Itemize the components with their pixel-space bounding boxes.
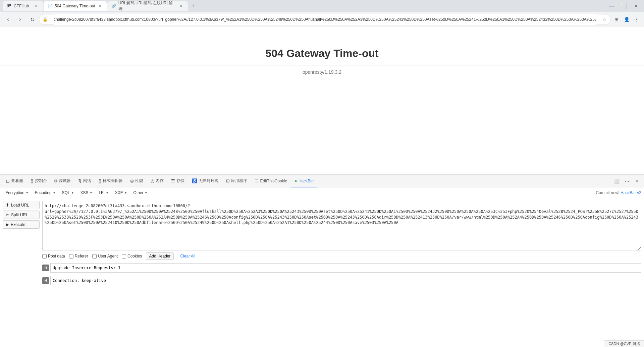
maximize-button[interactable]: ⬜ [619,1,629,11]
tab-favicon: 🏴 [7,4,12,8]
url-textarea[interactable]: http://challenge-2c082607df3fa433.sandbo… [42,201,641,250]
accessibility-icon: ♿ [192,178,197,183]
tab-bar: 🏴 CTFHub × 📄 504 Gateway Time-out × 🔗 UR… [0,0,644,12]
other-chevron: ▼ [145,191,148,194]
tab-label: CTFHub [14,4,29,8]
devtools-tab-memory[interactable]: ◎ 内存 [147,175,167,187]
profile-icon[interactable]: 👤 [622,15,631,24]
cookies-checkbox-label[interactable]: Cookies [122,254,142,258]
encryption-chevron: ▼ [25,191,29,194]
minimize-button[interactable]: — [606,1,617,11]
new-tab-button[interactable]: + [189,1,198,11]
tab-url-decoder[interactable]: 🔗 URL解码 URL编码 在线URL解码 × [107,1,188,11]
menu-item-sql[interactable]: SQL ▼ [59,188,77,197]
tab-close-url-decoder[interactable]: × [178,3,184,9]
encryption-label: Encryption [5,190,24,195]
referer-checkbox[interactable] [69,254,73,258]
tab-label: 504 Gateway Time-out [55,4,95,8]
menu-item-other[interactable]: Other ▼ [131,188,151,197]
menu-item-encoding[interactable]: Encoding ▼ [32,188,59,197]
user-agent-checkbox[interactable] [92,254,97,258]
post-data-checkbox[interactable] [42,254,47,258]
devtools-tab-style-editor[interactable]: {} 样式编辑器 [95,175,126,187]
browser-chrome: 🏴 CTFHub × 📄 504 Gateway Time-out × 🔗 UR… [0,0,644,27]
devtools-tab-hackbar[interactable]: ● HackBar [291,175,317,187]
storage-label: 存储 [176,178,184,184]
devtools-tab-console[interactable]: {} 控制台 [27,175,50,187]
hackbar-body: ⬆ Load URL ✂ Split URL ▶ Execute http://… [0,198,644,340]
memory-label: 内存 [156,178,164,184]
devtools-tab-edit-this-cookie[interactable]: ☐ EditThisCookie [251,175,290,187]
reload-button[interactable]: ↻ [27,14,38,25]
devtools-tab-storage[interactable]: ☰ 存储 [168,175,188,187]
tab-close-ctfhub[interactable]: × [34,3,39,9]
hackbar-options: Post data Referer User Agent Cookies A [42,252,641,260]
accessibility-label: 无障碍环境 [199,178,219,184]
bookmark-icon[interactable]: ☆ [602,17,607,22]
address-input[interactable] [50,14,600,25]
header-input-2[interactable] [50,276,641,285]
devtools-tab-debugger[interactable]: ⧉ 调试器 [51,175,74,187]
menu-item-xxe[interactable]: XXE ▼ [112,188,130,197]
devtools-close-button[interactable]: × [633,177,641,186]
cookies-label: Cookies [127,254,142,258]
tab-favicon: 🔗 [111,4,116,8]
devtools-tab-inspector[interactable]: ◻ 查看器 [3,175,26,187]
split-url-button[interactable]: ✂ Split URL [3,211,40,219]
forward-button[interactable]: › [15,14,25,25]
inspector-icon: ◻ [6,178,10,183]
back-button[interactable]: ‹ [3,14,13,25]
header-row-1: H [42,263,641,273]
other-label: Other [133,190,144,195]
devtools-toolbar: ◻ 查看器 {} 控制台 ⧉ 调试器 ⇅ 网络 {} 样式编辑器 ◎ 性能 ◎ … [0,175,644,187]
devtools-more-button[interactable]: ⋯ [623,177,631,186]
header-row-2: H [42,276,641,285]
storage-icon: ☰ [171,178,175,183]
security-icon: 🔒 [43,17,48,22]
post-data-label: Post data [48,254,65,258]
close-window-button[interactable]: × [631,1,641,11]
tab-favicon: 📄 [48,4,53,8]
menu-item-encryption[interactable]: Encryption ▼ [3,188,32,197]
applications-label: 应用程序 [231,178,247,184]
address-bar: ‹ › ↻ 🔒 ☆ ⊞ 👤 ⋮ [0,12,644,27]
devtools-right-controls: ⬜ ⋯ × [612,177,641,186]
tab-ctfhub[interactable]: 🏴 CTFHub × [3,1,43,11]
page-content: 504 Gateway Time-out openresty/1.19.3.2 [0,27,644,175]
tab-close-gateway[interactable]: × [97,3,103,9]
post-data-checkbox-label[interactable]: Post data [42,254,65,258]
execute-icon: ▶ [6,222,9,227]
referer-checkbox-label[interactable]: Referer [69,254,88,258]
execute-button[interactable]: ▶ Execute [3,220,40,229]
hackbar-panel: Encryption ▼ Encoding ▼ SQL ▼ XSS ▼ LFI … [0,187,644,340]
cookies-checkbox[interactable] [122,254,126,258]
devtools-dock-button[interactable]: ⬜ [612,177,621,186]
clear-all-button[interactable]: Clear All [178,253,198,259]
devtools-tab-applications[interactable]: ⊞ 应用程序 [223,175,251,187]
execute-label: Execute [11,222,25,227]
add-header-button[interactable]: Add Header [146,252,173,260]
xxe-chevron: ▼ [124,191,127,194]
menu-item-xss[interactable]: XSS ▼ [77,188,95,197]
commit-now: Commit now! HackBar v2 [596,190,641,195]
xss-label: XSS [80,190,88,195]
hackbar-version-link[interactable]: HackBar v2 [621,190,641,195]
sql-chevron: ▼ [71,191,74,194]
extensions-icon[interactable]: ⊞ [612,15,621,24]
header-input-1[interactable] [50,263,641,273]
devtools-tab-network[interactable]: ⇅ 网络 [75,175,95,187]
devtools-tab-performance[interactable]: ◎ 性能 [127,175,147,187]
tab-gateway[interactable]: 📄 504 Gateway Time-out × [44,1,107,11]
devtools-tab-accessibility[interactable]: ♿ 无障碍环境 [189,175,222,187]
menu-item-lfi[interactable]: LFI ▼ [96,188,111,197]
lfi-chevron: ▼ [106,191,109,194]
bottom-bar-text: CSDN @CVE-研搞 [608,342,640,346]
sql-label: SQL [62,190,70,195]
style-editor-label: 样式编辑器 [103,178,123,184]
load-url-button[interactable]: ⬆ Load URL [3,201,40,209]
menu-icon[interactable]: ⋮ [632,15,641,24]
user-agent-checkbox-label[interactable]: User Agent [92,254,118,258]
header-badge-1: H [42,265,49,271]
page-subtitle: openresty/1.19.3.2 [303,69,341,75]
header-badge-2: H [42,277,49,284]
